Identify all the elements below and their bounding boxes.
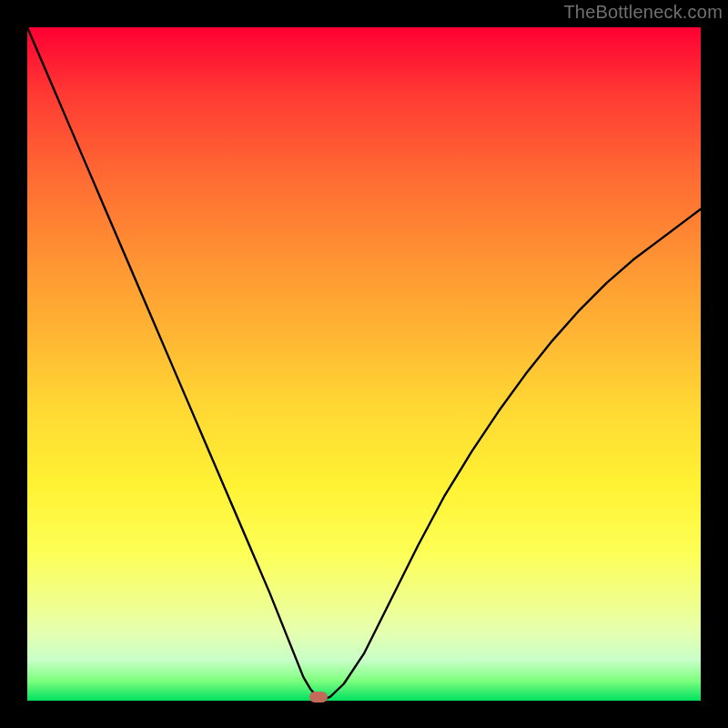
chart-frame: TheBottleneck.com bbox=[0, 0, 728, 728]
watermark-text: TheBottleneck.com bbox=[563, 2, 723, 23]
bottleneck-curve bbox=[27, 27, 701, 700]
curve-layer bbox=[27, 27, 701, 701]
plot-area bbox=[27, 27, 701, 701]
optimum-marker bbox=[309, 692, 328, 703]
